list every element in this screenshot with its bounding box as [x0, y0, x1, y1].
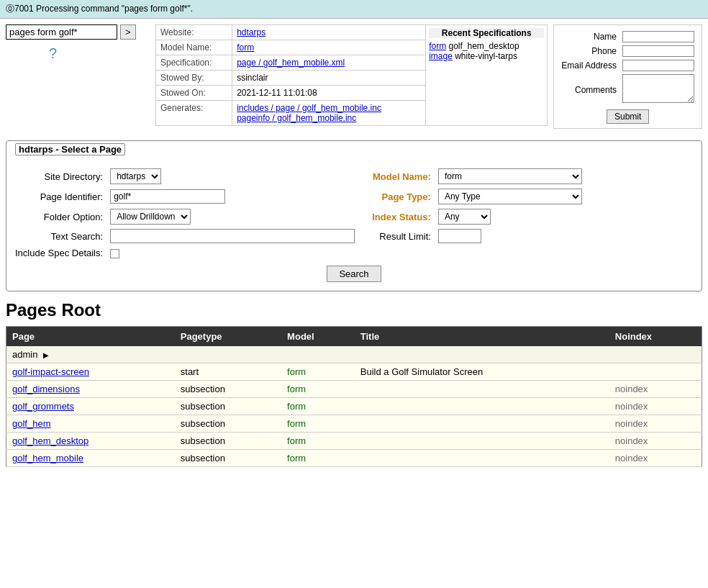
status-text: ⓪7001 Processing command "pages form gol…: [6, 4, 193, 14]
search-button[interactable]: Search: [327, 266, 381, 282]
col-title: Title: [355, 327, 609, 347]
email-label: Email Address: [558, 58, 620, 73]
website-link[interactable]: hdtarps: [237, 27, 266, 37]
admin-cell: admin ▶: [6, 346, 702, 363]
table-cell-title: [355, 450, 609, 467]
website-value: hdtarps: [232, 25, 426, 40]
recent-spec-1-text: golf_hem_desktop: [449, 41, 519, 51]
page-link[interactable]: golf-impact-screen: [12, 366, 89, 377]
page-link[interactable]: golf_dimensions: [12, 384, 80, 394]
page-type-label: Page Type:: [372, 191, 431, 202]
table-cell-pagetype: subsection: [175, 415, 281, 433]
contact-submit-button[interactable]: Submit: [607, 109, 649, 124]
col-noindex: Noindex: [609, 327, 702, 347]
table-cell-noindex: noindex: [609, 381, 702, 398]
table-cell-noindex: noindex: [609, 398, 702, 415]
command-input[interactable]: [6, 24, 117, 40]
admin-expand-icon[interactable]: ▶: [43, 351, 49, 359]
table-cell-model: form: [281, 450, 355, 467]
table-cell-page: golf_hem: [6, 415, 175, 433]
table-cell-pagetype: start: [175, 363, 281, 381]
info-panel: Website: hdtarps Recent Specifications f…: [155, 24, 548, 126]
results-table: Page Pagetype Model Title Noindex admin …: [6, 326, 702, 467]
select-page-title: hdtarps - Select a Page: [15, 143, 125, 155]
include-spec-label: Include Spec Details:: [15, 248, 103, 258]
stowed-by-value: ssinclair: [232, 71, 426, 86]
recent-specs-cell: Recent Specifications form golf_hem_desk…: [426, 25, 548, 126]
recent-spec-1[interactable]: form golf_hem_desktop: [429, 41, 544, 51]
page-link[interactable]: golf_hem_desktop: [12, 435, 88, 446]
recent-specs-header: Recent Specifications: [429, 28, 544, 38]
text-search-input[interactable]: [110, 229, 355, 243]
name-label: Name: [558, 30, 620, 44]
site-directory-control: hdtarps: [110, 168, 365, 184]
website-label: Website:: [156, 25, 232, 40]
table-cell-pagetype: subsection: [175, 433, 281, 450]
table-cell-title: [355, 433, 609, 450]
site-directory-label: Site Directory:: [15, 171, 103, 182]
table-cell-noindex: [609, 363, 702, 381]
table-cell-title: [355, 398, 609, 415]
folder-option-label: Folder Option:: [15, 212, 103, 222]
page-type-select[interactable]: Any Type start subsection leaf: [438, 189, 582, 204]
col-page: Page: [6, 327, 175, 347]
table-cell-page: golf_grommets: [6, 398, 175, 415]
generates-label: Generates:: [156, 101, 232, 126]
generates-value: includes / page / golf_hem_mobile.inc pa…: [232, 101, 426, 126]
phone-input[interactable]: [622, 45, 694, 57]
table-cell-noindex: noindex: [609, 433, 702, 450]
table-row: golf-impact-screenstartformBuild a Golf …: [6, 363, 702, 381]
select-page-panel: hdtarps - Select a Page Site Directory: …: [6, 140, 702, 291]
stowed-by-label: Stowed By:: [156, 71, 232, 86]
specification-link[interactable]: page / golf_hem_mobile.xml: [237, 58, 345, 68]
model-name-link[interactable]: form: [237, 42, 254, 53]
contact-form: Name Phone Email Address Comments Submit: [553, 24, 702, 129]
name-input[interactable]: [622, 31, 694, 42]
email-input[interactable]: [622, 60, 694, 71]
table-cell-model: form: [281, 415, 355, 433]
table-row: golf_hem_mobilesubsectionformnoindex: [6, 450, 702, 467]
table-cell-pagetype: subsection: [175, 398, 281, 415]
result-limit-input[interactable]: [438, 229, 481, 243]
command-submit-button[interactable]: >: [120, 24, 136, 40]
table-cell-pagetype: subsection: [175, 381, 281, 398]
specification-label: Specification:: [156, 55, 232, 71]
table-cell-title: [355, 415, 609, 433]
admin-row: admin ▶: [6, 346, 702, 363]
include-spec-checkbox[interactable]: [110, 249, 119, 258]
col-model: Model: [281, 327, 355, 347]
text-search-label: Text Search:: [15, 231, 103, 242]
site-directory-select[interactable]: hdtarps: [110, 168, 161, 184]
specification-value: page / golf_hem_mobile.xml: [232, 55, 426, 71]
page-link[interactable]: golf_grommets: [12, 401, 74, 412]
pages-root-title: Pages Root: [6, 300, 702, 320]
table-cell-title: Build a Golf Simulator Screen: [355, 363, 609, 381]
table-cell-noindex: noindex: [609, 450, 702, 467]
index-status-select[interactable]: Any index noindex: [438, 209, 491, 225]
table-cell-model: form: [281, 381, 355, 398]
generates-link-1[interactable]: includes / page / golf_hem_mobile.inc: [237, 103, 381, 113]
model-name-label: Model Name:: [156, 40, 232, 55]
table-cell-page: golf-impact-screen: [6, 363, 175, 381]
col-pagetype: Pagetype: [175, 327, 281, 347]
page-identifier-input[interactable]: [110, 189, 225, 204]
model-name-value: form: [232, 40, 426, 55]
table-cell-page: golf_dimensions: [6, 381, 175, 398]
model-name-select[interactable]: form Any Model: [438, 168, 582, 184]
index-status-label: Index Status:: [372, 212, 431, 222]
phone-label: Phone: [558, 44, 620, 58]
pages-root-section: Pages Root Page Pagetype Model Title Noi…: [6, 300, 702, 467]
folder-option-select[interactable]: Allow Drilldown No Drilldown: [110, 209, 191, 225]
table-row: golf_hemsubsectionformnoindex: [6, 415, 702, 433]
recent-spec-2[interactable]: image white-vinyl-tarps: [429, 51, 544, 61]
help-icon[interactable]: ?: [49, 45, 57, 62]
stowed-on-label: Stowed On:: [156, 86, 232, 101]
comments-textarea[interactable]: [622, 74, 694, 103]
generates-link-2[interactable]: pageinfo / golf_hem_mobile.inc: [237, 113, 356, 123]
table-cell-title: [355, 381, 609, 398]
model-name-form-control: form Any Model: [438, 168, 693, 184]
page-identifier-label: Page Identifier:: [15, 191, 103, 202]
page-link[interactable]: golf_hem: [12, 418, 50, 429]
result-limit-label: Result Limit:: [372, 231, 431, 242]
page-link[interactable]: golf_hem_mobile: [12, 453, 83, 463]
